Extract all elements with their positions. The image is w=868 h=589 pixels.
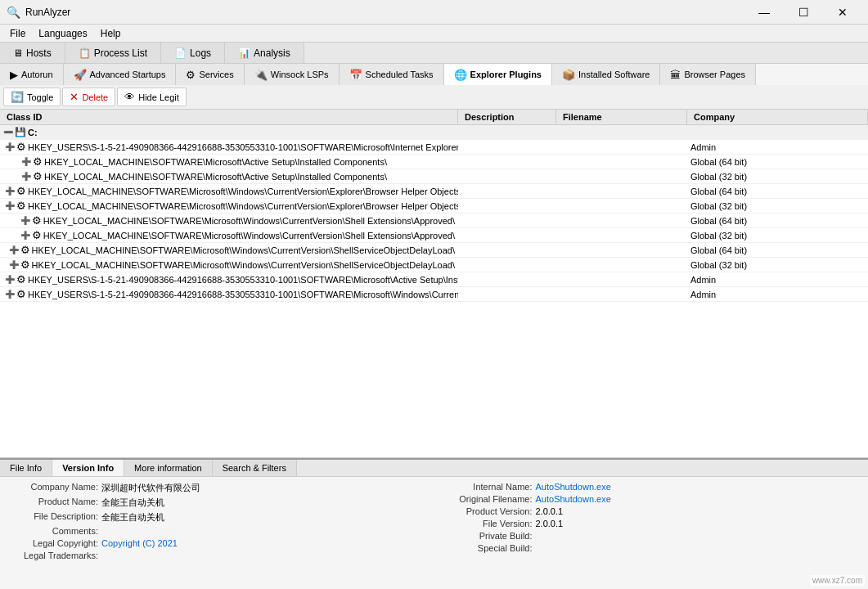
tab-search-filters[interactable]: Search & Filters (213, 460, 297, 476)
table-row[interactable]: ➕ ⚙ HKEY_USERS\S-1-5-21-490908366-442916… (0, 140, 868, 155)
expand-icon[interactable]: ➕ (9, 245, 19, 254)
services-icon: ⚙ (186, 69, 196, 81)
row-classid-text: HKEY_LOCAL_MACHINE\SOFTWARE\Microsoft\Ac… (44, 157, 387, 167)
expand-icon[interactable]: ➕ (9, 260, 19, 269)
menu-file[interactable]: File (3, 26, 32, 41)
row-company: Admin (687, 142, 868, 153)
row-company: Global (64 bit) (687, 186, 868, 197)
table-row[interactable]: ➕ ⚙ HKEY_USERS\S-1-5-21-490908366-442916… (0, 272, 868, 287)
table-row[interactable]: ➕ ⚙ HKEY_USERS\S-1-5-21-490908366-442916… (0, 287, 868, 302)
tab-explorer-plugins[interactable]: 🌐 Explorer Plugins (444, 64, 552, 85)
row-desc (458, 250, 556, 251)
minimize-button[interactable]: — (745, 0, 783, 25)
row-classid: ➕ ⚙ HKEY_LOCAL_MACHINE\SOFTWARE\Microsof… (0, 228, 458, 242)
info-value: Copyright (C) 2021 (101, 538, 178, 548)
tab-file-info[interactable]: File Info (0, 460, 52, 476)
tab-group-analysis[interactable]: 📊 Analysis (225, 43, 304, 63)
info-label: Product Version: (443, 506, 533, 516)
hide-legit-button[interactable]: 👁 Hide Legit (117, 88, 187, 106)
drive-icon: 💾 (15, 127, 26, 137)
table-container[interactable]: Class ID Description Filename Company ➖ … (0, 110, 868, 458)
tab-installed-software[interactable]: 📦 Installed Software (552, 64, 660, 85)
bottom-panel: File Info Version Info More information … (0, 458, 868, 589)
scheduled-icon: 📅 (349, 69, 362, 81)
row-filename (556, 205, 687, 207)
row-filename (556, 161, 687, 163)
info-label: Internal Name: (443, 482, 533, 492)
table-row[interactable]: ➕ ⚙ HKEY_LOCAL_MACHINE\SOFTWARE\Microsof… (0, 228, 868, 243)
expand-icon[interactable]: ➕ (5, 275, 15, 284)
table-row[interactable]: ➕ ⚙ HKEY_LOCAL_MACHINE\SOFTWARE\Microsof… (0, 199, 868, 214)
tab-advanced-startups[interactable]: 🚀 Advanced Startups (64, 64, 177, 85)
table-row[interactable]: ➕ ⚙ HKEY_LOCAL_MACHINE\SOFTWARE\Microsof… (0, 258, 868, 272)
row-icon: ⚙ (16, 288, 26, 300)
row-classid: ➕ ⚙ HKEY_LOCAL_MACHINE\SOFTWARE\Microsof… (0, 184, 458, 198)
title-bar: 🔍 RunAlyzer — ☐ ✕ (0, 0, 868, 25)
table-row[interactable]: ➕ ⚙ HKEY_LOCAL_MACHINE\SOFTWARE\Microsof… (0, 214, 868, 228)
table-row[interactable]: ➕ ⚙ HKEY_LOCAL_MACHINE\SOFTWARE\Microsof… (0, 184, 868, 199)
table-row[interactable]: ➕ ⚙ HKEY_LOCAL_MACHINE\SOFTWARE\Microsof… (0, 169, 868, 184)
menu-languages[interactable]: Languages (32, 26, 93, 41)
row-classid-text: HKEY_LOCAL_MACHINE\SOFTWARE\Microsoft\Wi… (28, 187, 458, 196)
close-button[interactable]: ✕ (824, 0, 861, 25)
tab-browser-pages[interactable]: 🏛 Browser Pages (660, 64, 756, 85)
toggle-icon: 🔄 (11, 91, 24, 103)
toggle-button[interactable]: 🔄 Toggle (3, 88, 61, 106)
table-row[interactable]: ➖ 💾 C: (0, 125, 868, 140)
col-filename[interactable]: Filename (556, 110, 687, 124)
tab-group-processlist[interactable]: 📋 Process List (65, 43, 161, 63)
expand-icon[interactable]: ➕ (21, 157, 31, 166)
delete-button[interactable]: ✕ Delete (62, 88, 115, 106)
tab-autorun[interactable]: ▶ Autorun (0, 64, 64, 85)
expand-icon[interactable]: ➕ (5, 142, 15, 151)
row-icon: ⚙ (16, 200, 26, 212)
delete-icon: ✕ (70, 91, 79, 103)
row-classid: ➕ ⚙ HKEY_LOCAL_MACHINE\SOFTWARE\Microsof… (0, 199, 458, 213)
tab-group-row: 🖥 Hosts 📋 Process List 📄 Logs 📊 Analysis (0, 43, 868, 64)
info-value: 2.0.0.1 (536, 506, 564, 516)
tab-group-logs[interactable]: 📄 Logs (161, 43, 225, 63)
table-row[interactable]: ➕ ⚙ HKEY_LOCAL_MACHINE\SOFTWARE\Microsof… (0, 243, 868, 258)
info-row: Original Filename:AutoShutdown.exe (443, 494, 861, 504)
table-row[interactable]: ➕ ⚙ HKEY_LOCAL_MACHINE\SOFTWARE\Microsof… (0, 155, 868, 169)
tab-group-hosts[interactable]: 🖥 Hosts (0, 43, 65, 63)
tab-winsock-label: Winsock LSPs (271, 70, 329, 79)
menu-help[interactable]: Help (94, 26, 128, 41)
tab-autorun-label: Autorun (21, 70, 53, 79)
tab-version-info[interactable]: Version Info (52, 460, 124, 476)
tab-winsock-lsps[interactable]: 🔌 Winsock LSPs (245, 64, 340, 85)
table-body: ➖ 💾 C: ➕ ⚙ HKEY_USERS\S-1-5-21-490908366… (0, 125, 868, 302)
expand-icon[interactable]: ➖ (3, 128, 13, 137)
tab-scheduled-tasks[interactable]: 📅 Scheduled Tasks (340, 64, 444, 85)
row-desc (458, 176, 556, 178)
maximize-button[interactable]: ☐ (785, 0, 822, 25)
col-classid[interactable]: Class ID (0, 110, 458, 124)
tab-more-information[interactable]: More information (124, 460, 213, 476)
expand-icon[interactable]: ➕ (5, 201, 15, 210)
row-icon: ⚙ (33, 155, 43, 168)
info-row: Legal Trademarks: (8, 551, 426, 560)
row-desc (458, 146, 556, 148)
expand-icon[interactable]: ➕ (20, 216, 30, 225)
menu-bar: File Languages Help (0, 25, 868, 43)
col-description[interactable]: Description (458, 110, 556, 124)
col-company[interactable]: Company (687, 110, 868, 124)
row-classid: ➕ ⚙ HKEY_LOCAL_MACHINE\SOFTWARE\Microsof… (0, 243, 458, 257)
info-label: Legal Copyright: (8, 538, 98, 548)
info-label: Product Name: (8, 497, 98, 509)
info-row: File Version:2.0.0.1 (443, 519, 861, 528)
info-row: Legal Copyright:Copyright (C) 2021 (8, 538, 426, 548)
tab-services[interactable]: ⚙ Services (176, 64, 244, 85)
row-filename (556, 191, 687, 192)
row-classid: ➕ ⚙ HKEY_USERS\S-1-5-21-490908366-442916… (0, 272, 458, 286)
watermark: www.xz7.com (810, 575, 865, 586)
tab-row: ▶ Autorun 🚀 Advanced Startups ⚙ Services… (0, 64, 868, 85)
expand-icon[interactable]: ➕ (20, 231, 30, 240)
app-title: RunAlyzer (25, 7, 745, 18)
expand-icon[interactable]: ➕ (5, 187, 15, 196)
row-filename (556, 235, 687, 236)
expand-icon[interactable]: ➕ (21, 172, 31, 181)
row-icon: ⚙ (16, 185, 26, 197)
advanced-startups-icon: 🚀 (74, 69, 87, 81)
expand-icon[interactable]: ➕ (5, 290, 15, 299)
